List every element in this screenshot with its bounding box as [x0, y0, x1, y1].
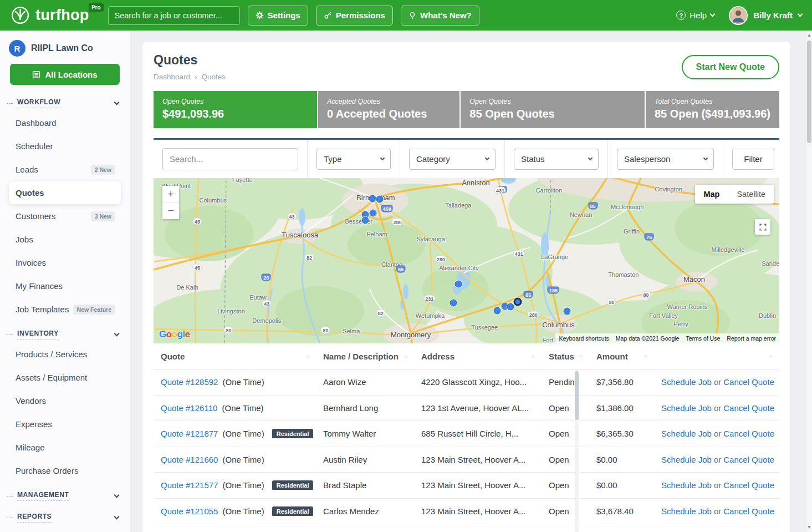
cancel-quote-link[interactable]: Cancel Quote — [723, 506, 774, 516]
scroll-up-arrow[interactable] — [808, 34, 811, 37]
category-select[interactable]: Category — [409, 149, 496, 170]
stat-segment[interactable]: Open Quotes 85 Open Quotes — [461, 91, 645, 128]
quote-link[interactable]: Quote #128592 — [161, 377, 218, 387]
column-header-name[interactable]: Name / Description ↑↓ — [316, 352, 414, 361]
whats-new-button[interactable]: What's New? — [401, 6, 479, 26]
report-map-error-link[interactable]: Report a map error — [723, 333, 779, 343]
sort-icon[interactable]: ↑↓ — [305, 353, 309, 359]
stat-segment[interactable]: Total Open Quotes 85 Open ($491,093.96) — [646, 91, 779, 128]
user-menu[interactable]: Billy Kraft — [729, 6, 802, 25]
column-header-quote[interactable]: Quote ↑↓ — [154, 352, 316, 361]
zoom-out-button[interactable]: − — [162, 202, 179, 219]
quote-link[interactable]: Quote #121577 — [161, 480, 218, 490]
permissions-button[interactable]: Permissions — [316, 6, 393, 26]
schedule-job-link[interactable]: Schedule Job — [661, 480, 712, 490]
sidebar-item[interactable]: Assets / Equipment — [9, 366, 121, 389]
company-selector[interactable]: R RIIPL Lawn Co — [0, 31, 130, 62]
cancel-quote-link[interactable]: Cancel Quote — [723, 429, 774, 438]
quotes-map[interactable]: West Point Fayette Columbus Birmingham B… — [154, 178, 779, 343]
map-type-satellite-button[interactable]: Satellite — [728, 185, 774, 204]
sidebar-section-workflow[interactable]: Workflow — [0, 92, 130, 111]
sidebar-item[interactable]: Scheduler — [9, 135, 121, 158]
sidebar-section-inventory[interactable]: Inventory — [0, 323, 130, 342]
map-marker[interactable] — [361, 216, 369, 224]
terms-of-use-link[interactable]: Terms of Use — [682, 333, 723, 343]
sort-icon[interactable]: ↑↓ — [404, 353, 407, 359]
stat-segment[interactable]: Open Quotes $491,093.96 — [154, 91, 317, 128]
map-marker[interactable] — [450, 299, 457, 306]
chevron-down-icon — [114, 514, 120, 519]
sidebar-item[interactable]: Leads 2 New — [9, 158, 121, 181]
salesperson-select[interactable]: Salesperson — [617, 149, 714, 170]
column-header-amount[interactable]: Amount ↑↓ — [589, 352, 654, 361]
map-marker[interactable] — [514, 297, 522, 306]
breadcrumb-dashboard[interactable]: Dashboard — [154, 73, 190, 81]
quote-link[interactable]: Quote #121877 — [161, 429, 218, 438]
sidebar-section-reports[interactable]: Reports — [0, 506, 130, 525]
map-type-map-button[interactable]: Map — [695, 185, 728, 204]
sidebar-item[interactable]: Mileage — [9, 436, 121, 459]
brand[interactable]: turfhop Pro — [10, 5, 89, 26]
breadcrumb-quotes[interactable]: Quotes — [202, 73, 226, 81]
cancel-quote-link[interactable]: Cancel Quote — [723, 455, 774, 464]
sidebar-item[interactable]: Expenses — [9, 413, 121, 435]
schedule-job-link[interactable]: Schedule Job — [661, 506, 712, 516]
map-attribution: Keyboard shortcuts Map data ©2021 Google… — [555, 333, 779, 343]
sort-icon[interactable]: ↑↓ — [769, 353, 773, 359]
map-fullscreen-button[interactable] — [755, 219, 770, 235]
schedule-job-link[interactable]: Schedule Job — [661, 377, 712, 387]
quote-link[interactable]: Quote #121055 — [161, 506, 218, 516]
sort-icon[interactable]: ↑↓ — [644, 353, 647, 359]
google-logo[interactable]: Google — [159, 329, 190, 340]
sort-icon[interactable]: ↑↓ — [579, 353, 583, 359]
sidebar-item[interactable]: Customers 3 New — [9, 205, 121, 227]
sidebar-section-management[interactable]: Management — [0, 484, 130, 504]
all-locations-button[interactable]: All Locations — [10, 64, 120, 85]
map-marker[interactable] — [370, 209, 377, 216]
scroll-down-arrow[interactable] — [808, 526, 811, 529]
settings-button[interactable]: Settings — [248, 6, 308, 26]
map-marker[interactable] — [564, 307, 571, 315]
quotes-search-input[interactable] — [162, 148, 298, 170]
sort-icon[interactable]: ↑↓ — [531, 353, 535, 359]
table-scrollbar[interactable] — [575, 370, 579, 532]
category-select-value: Category — [416, 154, 450, 164]
table-scrollbar-thumb[interactable] — [575, 371, 579, 420]
cancel-quote-link[interactable]: Cancel Quote — [723, 377, 774, 387]
schedule-job-link[interactable]: Schedule Job — [661, 403, 712, 413]
map-marker[interactable] — [493, 307, 501, 314]
zoom-in-button[interactable]: + — [162, 186, 179, 202]
sidebar-item[interactable]: Invoices — [9, 251, 121, 274]
stat-segment[interactable]: Accepted Quotes 0 Accepted Quotes — [318, 91, 459, 128]
sidebar-item[interactable]: Purchase Orders — [9, 459, 121, 482]
sidebar-item[interactable]: Job Templates New Feature — [9, 298, 121, 321]
quote-link[interactable]: Quote #126110 — [161, 403, 217, 413]
help-menu[interactable]: ? Help — [676, 11, 714, 20]
map-marker[interactable] — [454, 281, 462, 288]
schedule-job-link[interactable]: Schedule Job — [661, 455, 712, 464]
quote-link[interactable]: Quote #121660 — [161, 455, 218, 464]
page-scrollbar[interactable] — [806, 31, 812, 532]
sidebar-item[interactable]: Jobs — [9, 228, 121, 251]
sidebar-item[interactable]: Vendors — [9, 389, 121, 412]
column-header-actions[interactable]: ↑↓ — [654, 353, 779, 359]
cancel-quote-link[interactable]: Cancel Quote — [723, 480, 774, 490]
sidebar-item[interactable]: Products / Services — [9, 343, 121, 366]
filter-button[interactable]: Filter — [732, 149, 774, 170]
start-new-quote-button[interactable]: Start New Quote — [682, 55, 779, 79]
map-marker[interactable] — [507, 303, 514, 311]
type-select[interactable]: Type — [316, 149, 391, 170]
map-marker[interactable] — [376, 196, 383, 203]
sidebar-item[interactable]: My Finances — [9, 275, 121, 297]
column-header-address[interactable]: Address ↑↓ — [414, 352, 542, 361]
cancel-quote-link[interactable]: Cancel Quote — [723, 403, 774, 413]
status-select[interactable]: Status — [514, 149, 599, 170]
map-marker[interactable] — [369, 195, 376, 202]
page-scrollbar-thumb[interactable] — [807, 40, 811, 143]
sidebar-item[interactable]: Dashboard — [9, 112, 121, 134]
sidebar-item[interactable]: Quotes — [9, 181, 121, 204]
keyboard-shortcuts-link[interactable]: Keyboard shortcuts — [555, 333, 612, 343]
column-header-status[interactable]: Status ↑↓ — [542, 352, 589, 361]
global-search-input[interactable] — [108, 6, 240, 25]
schedule-job-link[interactable]: Schedule Job — [661, 429, 712, 438]
